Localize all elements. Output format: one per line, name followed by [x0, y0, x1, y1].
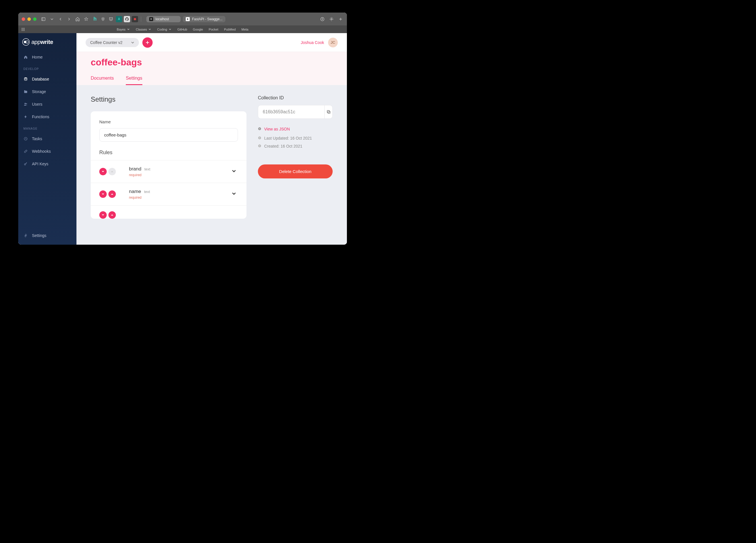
- close-window[interactable]: [22, 17, 25, 21]
- arrow-circle-icon: [258, 136, 261, 140]
- maximize-window[interactable]: [33, 17, 37, 21]
- bolt-icon: [23, 115, 28, 119]
- move-down-button[interactable]: [99, 168, 107, 175]
- copy-id-button[interactable]: [324, 105, 332, 118]
- favicon-x-icon: ✕: [149, 17, 153, 21]
- rule-required-label: required: [129, 195, 230, 199]
- svg-point-10: [22, 30, 22, 31]
- bookmarks-bar: Bayes Classes Coding GitHub Google Pocke…: [18, 25, 347, 33]
- move-up-button: [108, 168, 116, 175]
- move-down-button[interactable]: [99, 190, 107, 198]
- bookmark-pocket[interactable]: Pocket: [207, 27, 221, 32]
- browser-tab-fastapi[interactable]: FastAPI - Swagge...: [183, 16, 225, 22]
- sidebar-item-settings[interactable]: Settings: [18, 229, 76, 242]
- home-icon[interactable]: [75, 16, 80, 22]
- sidebar-item-api-keys[interactable]: API Keys: [18, 157, 76, 170]
- pocket-extension-icon[interactable]: [108, 16, 114, 22]
- main-content: Coffee Counter v2 Joshua Cook JC coffee-…: [76, 33, 347, 245]
- chevron-down-icon: [232, 191, 236, 196]
- sidebar-item-storage[interactable]: Storage: [18, 85, 76, 98]
- chevron-down-icon: [232, 169, 236, 173]
- logo[interactable]: appwrite: [18, 38, 76, 51]
- downloads-icon[interactable]: [320, 16, 325, 22]
- svg-point-11: [23, 30, 23, 31]
- apps-grid-icon[interactable]: [21, 27, 25, 31]
- delete-collection-button[interactable]: Delete Collection: [258, 164, 333, 178]
- move-up-button[interactable]: [108, 190, 116, 198]
- extension-icon-a[interactable]: A: [116, 16, 122, 22]
- bookmark-google[interactable]: Google: [191, 27, 205, 32]
- extension-icon-red[interactable]: [132, 16, 138, 22]
- last-updated-text: Last Updated: 16 Oct 2021: [264, 136, 312, 140]
- caret-down-icon: [102, 213, 104, 216]
- chevron-down-icon: [131, 41, 134, 44]
- arrow-circle-icon: [258, 144, 261, 148]
- name-input[interactable]: [99, 128, 238, 142]
- sidebar-label: Tasks: [32, 136, 42, 141]
- sidebar-item-users[interactable]: Users: [18, 98, 76, 110]
- shield-extension-icon[interactable]: [100, 16, 106, 22]
- github-extension-icon[interactable]: [124, 16, 130, 22]
- browser-tab-localhost[interactable]: ✕ localhost: [146, 16, 181, 22]
- user-name-link[interactable]: Joshua Cook: [301, 40, 324, 45]
- plus-icon: [145, 40, 150, 45]
- gear-icon: [23, 233, 28, 237]
- bookmark-pubmed[interactable]: PubMed: [222, 27, 238, 32]
- bookmark-bayes[interactable]: Bayes: [114, 27, 132, 32]
- bookmark-coding[interactable]: Coding: [155, 27, 174, 32]
- caret-up-icon: [111, 193, 114, 195]
- svg-rect-22: [328, 111, 330, 113]
- sidebar-item-tasks[interactable]: Tasks: [18, 132, 76, 145]
- name-label: Name: [99, 119, 238, 124]
- bookmark-github[interactable]: GitHub: [175, 27, 189, 32]
- collection-id-input[interactable]: [258, 105, 324, 118]
- sidebar-item-functions[interactable]: Functions: [18, 110, 76, 123]
- settings-gear-icon[interactable]: [329, 16, 334, 22]
- caret-down-icon: [102, 193, 104, 195]
- rule-name: brand: [129, 166, 141, 171]
- expand-rule-button[interactable]: [230, 167, 238, 176]
- add-project-button[interactable]: [142, 37, 153, 48]
- sidebar-label: Database: [32, 77, 49, 81]
- tab-documents[interactable]: Documents: [91, 76, 114, 85]
- folder-icon: [23, 90, 28, 94]
- move-down-button[interactable]: [99, 211, 107, 219]
- bookmark-star-icon[interactable]: [83, 16, 89, 22]
- back-arrow-icon[interactable]: [58, 16, 63, 22]
- sidebar-item-database[interactable]: Database: [18, 73, 76, 85]
- sidebar-section-manage: MANAGE: [18, 123, 76, 132]
- browser-titlebar: h A ✕ localhost: [18, 13, 347, 25]
- last-updated: Last Updated: 16 Oct 2021: [258, 136, 333, 140]
- copy-icon: [326, 110, 331, 114]
- honey-extension-icon[interactable]: h: [92, 16, 98, 22]
- sidebar-toggle-icon[interactable]: [41, 16, 46, 22]
- move-up-button[interactable]: [108, 211, 116, 219]
- home-icon: [23, 55, 28, 59]
- project-name: Coffee Counter v2: [90, 40, 122, 45]
- user-avatar[interactable]: JC: [328, 38, 338, 47]
- created: Created: 16 Oct 2021: [258, 144, 333, 148]
- svg-point-3: [331, 19, 332, 20]
- dropdown-chevron-icon[interactable]: [49, 16, 55, 22]
- page-title: coffee-bags: [91, 57, 333, 68]
- collection-id-label: Collection ID: [258, 95, 333, 100]
- caret-up-icon: [111, 213, 114, 216]
- sidebar: appwrite Home DEVELOP Database Storag: [18, 33, 76, 245]
- minimize-window[interactable]: [27, 17, 31, 21]
- link-icon: [23, 149, 28, 153]
- project-selector[interactable]: Coffee Counter v2: [86, 38, 139, 47]
- collection-id-box: [258, 105, 333, 119]
- sidebar-label: Webhooks: [32, 149, 51, 153]
- sidebar-item-webhooks[interactable]: Webhooks: [18, 145, 76, 157]
- tab-settings[interactable]: Settings: [126, 76, 142, 85]
- bookmark-meta[interactable]: Meta: [239, 27, 250, 32]
- view-as-json-link[interactable]: View as JSON: [258, 127, 333, 131]
- expand-rule-button[interactable]: [230, 189, 238, 199]
- database-icon: [23, 77, 28, 81]
- forward-arrow-icon[interactable]: [66, 16, 72, 22]
- sidebar-label: Settings: [32, 233, 47, 238]
- sidebar-item-home[interactable]: Home: [18, 51, 76, 63]
- new-tab-icon[interactable]: [338, 16, 343, 22]
- sidebar-section-develop: DEVELOP: [18, 63, 76, 73]
- bookmark-classes[interactable]: Classes: [134, 27, 154, 32]
